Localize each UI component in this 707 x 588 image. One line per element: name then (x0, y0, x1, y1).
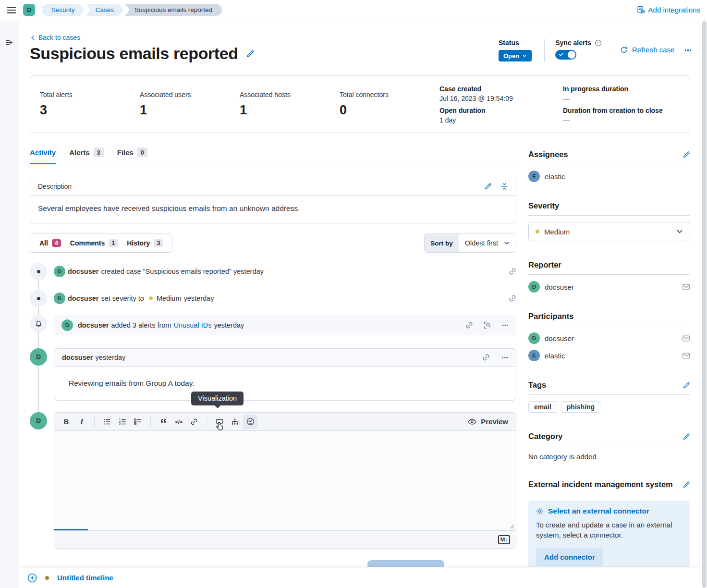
help-icon[interactable]: ? (595, 39, 602, 47)
italic-icon[interactable]: I (74, 415, 89, 429)
history-count-badge: 3 (154, 239, 163, 247)
tags-title: Tags (528, 380, 546, 390)
edit-category-pencil-icon[interactable] (683, 433, 690, 441)
comment-textarea[interactable] (54, 431, 516, 531)
tab-activity[interactable]: Activity (30, 147, 56, 164)
hamburger-menu-icon[interactable] (7, 5, 16, 15)
timeline-bottom-bar: Untitled timeline (19, 567, 707, 588)
case-actions: Status Open Sync alerts ? (499, 39, 692, 62)
severity-select[interactable]: Medium (528, 222, 690, 241)
files-count-badge: 0 (137, 147, 147, 157)
tag-email[interactable]: email (528, 401, 557, 413)
activity-text: created case "Suspicious emails reported… (101, 268, 263, 275)
category-title: Category (528, 432, 563, 441)
sync-alerts-toggle[interactable] (555, 50, 576, 60)
edit-assignees-pencil-icon[interactable] (683, 151, 690, 159)
user-name: elastic (545, 352, 565, 360)
unordered-list-icon[interactable] (100, 415, 114, 429)
edit-title-pencil-icon[interactable] (246, 49, 255, 58)
edit-tags-pencil-icon[interactable] (683, 381, 690, 389)
breadcrumb-cases[interactable]: Cases (86, 4, 123, 16)
visualization-icon[interactable] (243, 415, 257, 429)
more-actions-icon[interactable] (684, 47, 692, 54)
email-icon[interactable] (682, 334, 690, 343)
timeline-dot-icon (30, 263, 47, 280)
sort-order-select[interactable]: Oldest first (459, 234, 516, 252)
severity-section: Severity Medium (528, 201, 690, 241)
resize-handle-icon[interactable] (510, 524, 514, 529)
tab-files[interactable]: Files 0 (117, 147, 147, 164)
participant-row: E elastic (528, 350, 690, 361)
code-icon[interactable]: </> (171, 415, 186, 429)
breadcrumb-security[interactable]: Security (42, 4, 85, 16)
participants-section: Participants D docsuser E elastic (528, 312, 690, 361)
username: docsuser (68, 268, 98, 275)
avatar: D (54, 266, 65, 277)
expand-sidebar-icon[interactable] (5, 38, 13, 47)
markdown-icon[interactable]: M↓ (498, 535, 510, 544)
new-comment-editor-row: D B I 123 (30, 412, 516, 549)
unusual-ids-link[interactable]: Unusual IDs (173, 321, 211, 329)
severity-medium-dot (149, 296, 153, 300)
case-metrics-panel: Total alerts 3 Associated users 1 Associ… (30, 75, 689, 133)
refresh-case-link[interactable]: Refresh case (620, 46, 674, 54)
email-icon[interactable] (682, 352, 690, 360)
comment-input[interactable] (54, 431, 516, 530)
edit-description-pencil-icon[interactable] (484, 183, 492, 190)
lens-graph-icon[interactable] (228, 415, 242, 429)
case-tabs: Activity Alerts 3 Files 0 (30, 147, 516, 164)
task-list-icon[interactable] (131, 415, 145, 429)
sync-alerts-label: Sync alerts (555, 39, 591, 47)
quote-icon[interactable] (156, 415, 171, 429)
preview-button[interactable]: Preview (468, 417, 508, 426)
plus-circle-icon[interactable] (27, 573, 37, 583)
select-connector-link[interactable]: Select an external connector (536, 507, 683, 515)
copy-link-icon[interactable] (509, 268, 516, 275)
status-open-badge[interactable]: Open (499, 50, 532, 61)
ordered-list-icon[interactable]: 123 (115, 415, 130, 429)
investigate-in-timeline-icon[interactable] (484, 321, 491, 329)
eye-icon (468, 419, 476, 425)
link-icon[interactable] (187, 415, 201, 429)
check-icon (559, 52, 564, 57)
collapse-description-icon[interactable] (500, 183, 508, 190)
visualization-tooltip: Visualization (191, 392, 244, 405)
metric-dates-right: In progress duration — Duration from cre… (563, 85, 663, 124)
email-icon[interactable] (682, 283, 690, 291)
filter-all[interactable]: All 4 (37, 239, 63, 247)
svg-text:?: ? (597, 41, 599, 45)
avatar: E (528, 350, 540, 361)
breadcrumb-current-case: Suspicious emails reported (125, 4, 222, 16)
reporter-section: Reporter D docsuser (528, 260, 690, 293)
participant-row: D docsuser (528, 332, 690, 344)
editor-toolbar: B I 123 </> (54, 413, 516, 431)
username: docsuser (68, 294, 98, 302)
external-system-title: External incident management system (528, 480, 673, 489)
tags-section: Tags email phishing (528, 380, 690, 413)
add-connector-button[interactable]: Add connector (536, 548, 603, 566)
bell-icon (30, 315, 47, 332)
bold-icon[interactable]: B (59, 415, 73, 429)
copy-link-icon[interactable] (465, 321, 473, 329)
metric-total-connectors: Total connectors 0 (340, 91, 439, 118)
add-integrations-label: Add integrations (648, 6, 700, 14)
space-avatar[interactable]: D (23, 4, 35, 16)
user-name: docsuser (545, 334, 574, 343)
copy-link-icon[interactable] (509, 294, 516, 302)
filter-comments[interactable]: Comments 1 (68, 239, 120, 247)
chevron-down-icon (522, 53, 527, 58)
more-actions-icon[interactable] (502, 322, 509, 329)
divider (544, 39, 545, 62)
status-label: Status (499, 39, 532, 47)
tag-phishing[interactable]: phishing (561, 401, 600, 413)
back-to-cases-link[interactable]: Back to cases (30, 34, 80, 41)
untitled-timeline-link[interactable]: Untitled timeline (57, 574, 113, 582)
timeline-dot-icon (30, 290, 47, 307)
edit-connector-pencil-icon[interactable] (683, 481, 690, 489)
copy-link-icon[interactable] (482, 354, 490, 361)
filter-history[interactable]: History 3 (124, 239, 165, 247)
tab-alerts[interactable]: Alerts 3 (69, 147, 104, 164)
more-actions-icon[interactable] (501, 354, 508, 361)
add-integrations-link[interactable]: Add integrations (637, 6, 700, 14)
vertical-scrollbar[interactable] (702, 21, 707, 588)
